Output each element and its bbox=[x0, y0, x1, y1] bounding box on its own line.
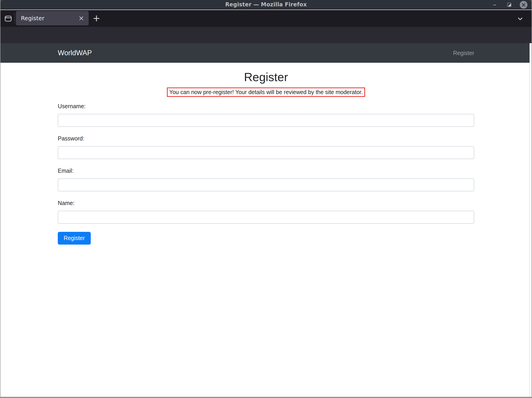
password-field[interactable] bbox=[58, 146, 474, 159]
navigation-toolbar: worldwap.thm/public/html/register.php bbox=[0, 27, 532, 43]
close-button[interactable]: × bbox=[520, 1, 527, 9]
firefox-view-icon bbox=[4, 15, 12, 23]
restore-icon bbox=[506, 2, 512, 8]
name-label: Name: bbox=[58, 200, 474, 206]
window-controls: – × bbox=[491, 0, 527, 10]
register-submit-button[interactable]: Register bbox=[58, 232, 91, 245]
page-viewport: WorldWAP Register Register You can now p… bbox=[0, 43, 532, 397]
browser-window: Register — Mozilla Firefox – × bbox=[0, 0, 532, 398]
password-label: Password: bbox=[58, 135, 474, 142]
pre-register-notice: You can now pre-register! Your details w… bbox=[167, 87, 365, 97]
page-content: Register You can now pre-register! Your … bbox=[0, 70, 532, 245]
register-form: Username: Password: Email: Name: Registe… bbox=[58, 103, 474, 245]
minimize-button[interactable]: – bbox=[491, 1, 499, 9]
tab-close-icon[interactable]: × bbox=[77, 15, 85, 22]
list-all-tabs-button[interactable] bbox=[516, 14, 525, 23]
email-field[interactable] bbox=[58, 178, 474, 191]
page-title: Register bbox=[0, 70, 532, 84]
window-title: Register — Mozilla Firefox bbox=[225, 1, 307, 8]
new-tab-icon: + bbox=[93, 13, 100, 23]
maximize-button[interactable] bbox=[505, 1, 513, 9]
username-field[interactable] bbox=[58, 114, 474, 127]
email-label: Email: bbox=[58, 168, 474, 174]
notice-wrap: You can now pre-register! Your details w… bbox=[0, 87, 532, 97]
minimize-icon: – bbox=[493, 4, 496, 6]
tab-strip: Register × + bbox=[0, 10, 532, 27]
name-field[interactable] bbox=[58, 211, 474, 224]
close-icon: × bbox=[521, 1, 526, 8]
scrollbar[interactable] bbox=[530, 43, 532, 397]
window-titlebar[interactable]: Register — Mozilla Firefox – × bbox=[0, 0, 532, 10]
new-tab-button[interactable]: + bbox=[91, 12, 102, 24]
tab-title: Register bbox=[21, 15, 77, 22]
firefox-view-button[interactable] bbox=[4, 15, 12, 23]
site-header: WorldWAP Register bbox=[0, 43, 532, 63]
site-brand[interactable]: WorldWAP bbox=[58, 49, 92, 57]
list-all-tabs-icon bbox=[516, 14, 525, 23]
tab-separator bbox=[15, 13, 15, 24]
header-nav-register-link[interactable]: Register bbox=[453, 50, 474, 56]
username-label: Username: bbox=[58, 103, 474, 109]
tab-register[interactable]: Register × bbox=[16, 11, 89, 25]
